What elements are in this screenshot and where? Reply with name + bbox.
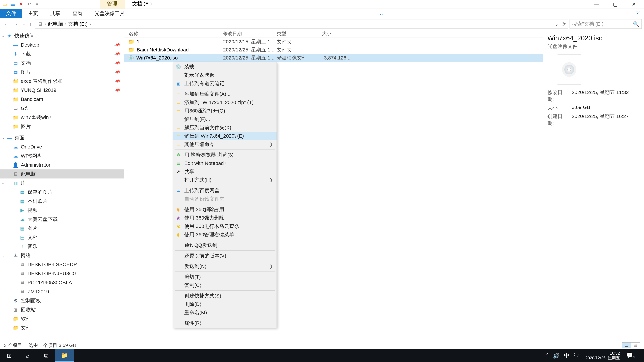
ctx-qq-send[interactable]: 通过QQ发送到 [173,241,276,249]
undo-icon[interactable]: ↶ [26,2,32,7]
chevron-right-icon[interactable]: › [44,21,47,27]
breadcrumb[interactable]: 此电脑 [48,21,63,27]
contextual-tab[interactable]: 管理 [100,0,125,8]
ime-indicator[interactable]: 中 [564,352,569,359]
ctx-rename[interactable]: 重命名(M) [173,308,276,317]
ctx-extract-folder[interactable]: ▭解压到 Win7x64_2020\ (E) [173,132,276,140]
ctx-360-scan[interactable]: ◉使用 360进行木马云查杀 [173,222,276,230]
nav-item-library[interactable]: ▦图片 [0,224,124,233]
nav-item-folder[interactable]: 📁软件 [0,314,124,323]
volume-icon[interactable]: 🔊 [553,353,560,359]
nav-item-wps[interactable]: ☁WPS网盘 [0,151,124,160]
nav-quick-access[interactable]: ⌄ ★ 快速访问 [0,31,124,40]
nav-item-onedrive[interactable]: ☁OneDrive [0,142,124,151]
start-button[interactable]: ⊞ [0,349,18,362]
ctx-360-manage[interactable]: ◉使用 360管理右键菜单 [173,230,276,239]
nav-item-libraries[interactable]: ⌄▥库 [0,178,124,188]
help-icon[interactable]: ?⃝ [632,9,644,18]
ctx-burn[interactable]: 刻录光盘映像 [173,71,276,79]
chevron-down-icon[interactable]: ⌄ [554,21,559,27]
chevron-right-icon[interactable]: › [89,21,92,27]
ctx-360-unlock[interactable]: ◉使用 360解除占用 [173,205,276,214]
qat-dropdown-icon[interactable]: ▾ [34,2,40,7]
tab-home[interactable]: 主页 [22,9,44,18]
ctx-bee-browser[interactable]: ❇用 蜂蜜浏览器 浏览(3) [173,151,276,159]
search-button[interactable]: ⌕ [18,349,37,362]
delete-icon[interactable]: ✕ [18,2,24,7]
ctx-other-zip[interactable]: ▭其他压缩命令❯ [173,140,276,148]
nav-item-folder[interactable]: 📁图片 [0,122,124,131]
tab-view[interactable]: 查看 [66,9,88,18]
security-icon[interactable]: 🛡 [574,353,579,359]
nav-item-library[interactable]: ▦保存的图片 [0,188,124,197]
nav-item-pictures[interactable]: ▦图片📌 [0,67,124,77]
nav-item-library[interactable]: ▶视频 [0,206,124,215]
ctx-send-to[interactable]: 发送到(N)❯ [173,262,276,271]
tab-disc-tools[interactable]: 光盘映像工具 [88,9,131,18]
ctx-add-zip[interactable]: ▭添加到 "Win7x64_2020.zip" (T) [173,98,276,107]
column-header-type[interactable]: 类型 [277,30,322,37]
ctx-360-delete[interactable]: ◉使用 360强力删除 [173,214,276,222]
ctx-create-shortcut[interactable]: 创建快捷方式(S) [173,292,276,300]
nav-forward-icon[interactable]: → [13,21,18,27]
chevron-down-icon[interactable]: ⌄ [2,181,5,185]
task-view-button[interactable]: ⧉ [37,349,55,362]
view-icons-button[interactable]: ▦ [631,343,640,349]
nav-item-folder[interactable]: 📁YUNQISHI2019📌 [0,86,124,95]
nav-item-control-panel[interactable]: ⚙控制面板 [0,296,124,305]
ctx-cut[interactable]: 剪切(T) [173,273,276,281]
nav-item-library[interactable]: ☁天翼云盘下载 [0,215,124,224]
file-row[interactable]: 📁1 2020/12/15, 星期二 1... 文件夹 [124,38,544,46]
ctx-extract-here[interactable]: ▭解压到当前文件夹(X) [173,123,276,132]
explorer-taskbar-button[interactable]: 📁 [55,349,74,362]
breadcrumb[interactable]: 文档 (E:) [68,21,88,27]
nav-item-desktop[interactable]: ▬Desktop📌 [0,40,124,49]
ribbon-expand-icon[interactable]: ⌄ [376,9,387,18]
ctx-extract-to[interactable]: ▭解压到(F)... [173,115,276,123]
nav-item-network-pc[interactable]: 🖥PC-20190530OBLA [0,278,124,287]
maximize-button[interactable]: ▢ [606,0,624,9]
nav-item-drive[interactable]: ▭G:\ [0,104,124,113]
nav-item-network-pc[interactable]: 🖥DESKTOP-NJEU3CG [0,269,124,278]
nav-item-network-pc[interactable]: 🖥ZMT2019 [0,287,124,296]
chevron-down-icon[interactable]: ⌄ [2,136,5,140]
show-desktop-button[interactable] [639,349,641,362]
nav-item-recycle-bin[interactable]: 🗑回收站 [0,305,124,314]
chevron-down-icon[interactable]: ⌄ [2,34,5,38]
file-row-selected[interactable]: 💿Win7x64_2020.iso 2020/12/25, 星期五 1... 光… [124,54,544,62]
search-input[interactable]: 搜索"文档 (E:)" 🔍 [570,19,642,29]
nav-item-folder[interactable]: 📁文件 [0,323,124,332]
ctx-notepadpp[interactable]: ▤Edit with Notepad++ [173,159,276,167]
nav-item-documents[interactable]: ▤文档📌 [0,58,124,67]
minimize-button[interactable]: — [588,0,606,9]
ctx-delete[interactable]: 删除(D) [173,300,276,308]
tray-overflow-icon[interactable]: ˄ [546,353,548,359]
properties-icon[interactable]: ▬ [10,2,16,7]
nav-item-library[interactable]: ▤文档 [0,233,124,242]
ctx-add-archive[interactable]: ▭添加到压缩文件(A)... [173,90,276,98]
ctx-restore-versions[interactable]: 还原以前的版本(V) [173,252,276,260]
ctx-share[interactable]: ↗共享 [173,167,276,176]
nav-item-library[interactable]: ▦本机照片 [0,197,124,206]
taskbar-clock[interactable]: 16:32 2020/12/25, 星期五 [584,351,622,360]
nav-item-network[interactable]: ⌄🖧网络 [0,251,124,260]
ctx-youdao[interactable]: ▣上传到有道云笔记 [173,79,276,88]
column-header-size[interactable]: 大小 [322,30,352,37]
refresh-icon[interactable]: ⟳ [562,21,566,27]
ctx-properties[interactable]: 属性(R) [173,319,276,327]
close-button[interactable]: ✕ [624,0,643,9]
ctx-baidu[interactable]: ☁上传到百度网盘 [173,186,276,195]
nav-item-folder[interactable]: 📁win7重装win7 [0,113,124,122]
chevron-right-icon[interactable]: › [64,21,67,27]
column-header-date[interactable]: 修改日期 [223,30,277,37]
nav-item-user[interactable]: 👤Administrator [0,160,124,169]
nav-item-folder[interactable]: 📁excel表格制作求和📌 [0,77,124,86]
ctx-open-with[interactable]: 打开方式(H)❯ [173,176,276,184]
chevron-down-icon[interactable]: ⌄ [2,253,5,258]
nav-item-library[interactable]: ♪音乐 [0,242,124,251]
ctx-copy[interactable]: 复制(C) [173,281,276,290]
ctx-mount[interactable]: 💿装载 [173,62,276,71]
nav-item-downloads[interactable]: ⬇下载📌 [0,49,124,58]
address-bar[interactable]: 🖥 › 此电脑 › 文档 (E:) › ⌄ ⟳ [35,19,568,29]
action-center-icon[interactable]: 💬3 [626,352,634,359]
